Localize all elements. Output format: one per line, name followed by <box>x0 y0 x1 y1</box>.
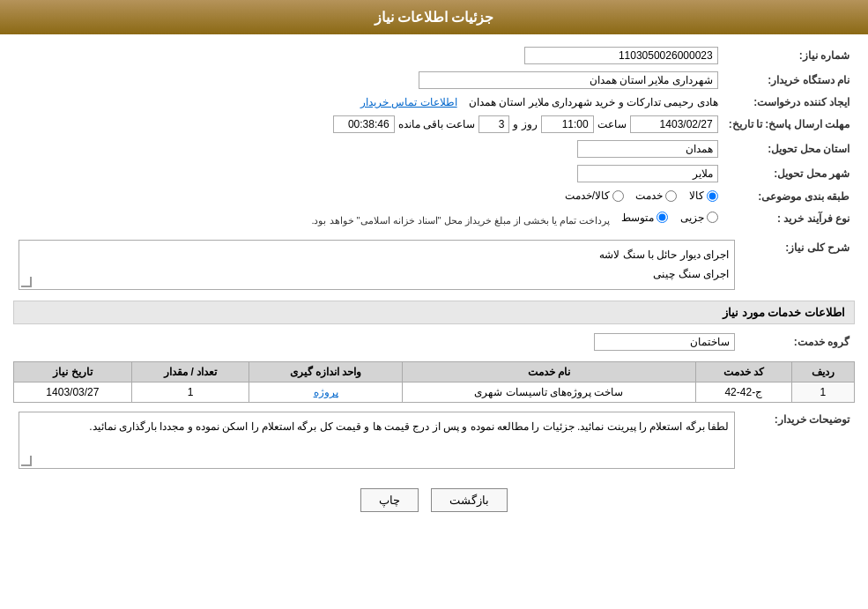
buyer-desc-table: توضیحات خریدار: لطفا برگه استعلام را پیر… <box>13 408 855 472</box>
col-qty-header: تعداد / مقدار <box>131 362 249 382</box>
back-button[interactable]: بازگشت <box>431 488 508 512</box>
need-number-cell <box>48 43 723 68</box>
info-table: شماره نیاز: نام دستگاه خریدار: ایجاد کنن… <box>13 43 855 229</box>
services-table: ردیف کد خدمت نام خدمت واحد اندازه گیری ت… <box>13 361 855 403</box>
page-title: جزئیات اطلاعات نیاز <box>375 10 494 25</box>
radio-goods[interactable] <box>707 190 718 202</box>
col-date-header: تاریخ نیاز <box>14 362 132 382</box>
cell-date: 1403/03/27 <box>14 382 132 403</box>
purchase-type-label: نوع فرآیند خرید : <box>723 208 855 230</box>
creator-value: هادی رحیمی تدارکات و خرید شهرداری ملایر … <box>469 96 718 108</box>
radio-goods-service-label[interactable]: کالا/خدمت <box>565 189 624 202</box>
radio-goods-label[interactable]: کالا <box>689 189 718 202</box>
deadline-day-label: روز و <box>513 118 537 130</box>
cell-qty: 1 <box>131 382 249 403</box>
buyer-desc-text: لطفا برگه استعلام را پیرینت نمائید. جزئی… <box>89 420 729 433</box>
service-group-cell <box>13 330 740 354</box>
table-row: 1 ج-42-42 ساخت پروژه‌های تاسیسات شهری پر… <box>14 382 855 403</box>
col-name-header: نام خدمت <box>402 362 695 382</box>
deadline-remaining-input[interactable] <box>333 115 395 133</box>
city-label: شهر محل تحویل: <box>723 161 855 186</box>
need-desc-line2: اجرای سنگ چینی <box>25 265 729 285</box>
col-code-header: کد خدمت <box>695 362 791 382</box>
category-cell: کالا خدمت کالا/خدمت <box>31 186 723 208</box>
need-desc-box: اجرای دیوار حائل با سنگ لاشه اجرای سنگ چ… <box>19 240 735 290</box>
radio-medium-label[interactable]: متوسط <box>621 212 668 224</box>
deadline-label: مهلت ارسال پاسخ: تا تاریخ: <box>723 112 855 137</box>
need-desc-line1: اجرای دیوار حائل با سنگ لاشه <box>25 246 729 265</box>
buyer-resize-handle[interactable] <box>21 456 32 466</box>
deadline-cell: ساعت روز و ساعت باقی مانده <box>48 112 723 137</box>
buttons-row: بازگشت چاپ <box>13 479 855 525</box>
contact-link[interactable]: اطلاعات تماس خریدار <box>360 96 457 108</box>
city-cell <box>48 161 723 186</box>
buyer-desc-cell: لطفا برگه استعلام را پیرینت نمائید. جزئی… <box>13 408 740 472</box>
cell-name: ساخت پروژه‌های تاسیسات شهری <box>402 382 695 403</box>
services-section-header: اطلاعات خدمات مورد نیاز <box>13 301 855 324</box>
deadline-date-input[interactable] <box>630 115 718 133</box>
need-desc-label: شرح کلی نیاز: <box>740 236 855 293</box>
col-unit-header: واحد اندازه گیری <box>249 362 402 382</box>
radio-service[interactable] <box>665 190 677 202</box>
radio-medium[interactable] <box>657 212 668 223</box>
print-button[interactable]: چاپ <box>360 488 419 512</box>
service-group-table: گروه خدمت: <box>13 330 855 354</box>
radio-goods-service[interactable] <box>612 190 624 202</box>
radio-service-label[interactable]: خدمت <box>635 189 677 202</box>
cell-unit: پروژه <box>249 382 402 403</box>
province-label: استان محل تحویل: <box>723 137 855 161</box>
deadline-days-input[interactable] <box>479 115 509 133</box>
service-group-label: گروه خدمت: <box>740 330 855 354</box>
buyer-desc-box: لطفا برگه استعلام را پیرینت نمائید. جزئی… <box>19 412 735 469</box>
service-group-input[interactable] <box>594 333 735 351</box>
org-name-cell <box>31 68 723 93</box>
org-name-input[interactable] <box>419 71 718 89</box>
deadline-time-input[interactable] <box>541 115 594 133</box>
city-input[interactable] <box>577 165 718 182</box>
province-input[interactable] <box>577 140 718 158</box>
purchase-type-cell: جزیی متوسط پرداخت تمام یا بخشی از مبلغ خ… <box>31 208 723 230</box>
radio-partial-label[interactable]: جزیی <box>680 212 718 224</box>
need-desc-table: شرح کلی نیاز: اجرای دیوار حائل با سنگ لا… <box>13 236 855 293</box>
cell-code: ج-42-42 <box>695 382 791 403</box>
resize-handle[interactable] <box>21 277 32 287</box>
province-cell <box>48 137 723 161</box>
need-number-input[interactable] <box>524 47 718 64</box>
purchase-note: پرداخت تمام یا بخشی از مبلغ خریداز محل "… <box>311 214 610 225</box>
deadline-remaining-label: ساعت باقی مانده <box>398 118 476 130</box>
radio-partial[interactable] <box>707 212 718 223</box>
col-row-header: ردیف <box>791 362 854 382</box>
cell-row: 1 <box>791 382 854 403</box>
creator-label: ایجاد کننده درخواست: <box>723 93 855 112</box>
need-desc-cell: اجرای دیوار حائل با سنگ لاشه اجرای سنگ چ… <box>13 236 740 293</box>
category-label: طبقه بندی موضوعی: <box>723 186 855 208</box>
buyer-desc-label: توضیحات خریدار: <box>740 408 855 472</box>
creator-cell: هادی رحیمی تدارکات و خرید شهرداری ملایر … <box>31 93 723 112</box>
page-header: جزئیات اطلاعات نیاز <box>0 0 868 34</box>
need-number-label: شماره نیاز: <box>723 43 855 68</box>
deadline-time-label: ساعت <box>597 118 627 130</box>
org-name-label: نام دستگاه خریدار: <box>723 68 855 93</box>
